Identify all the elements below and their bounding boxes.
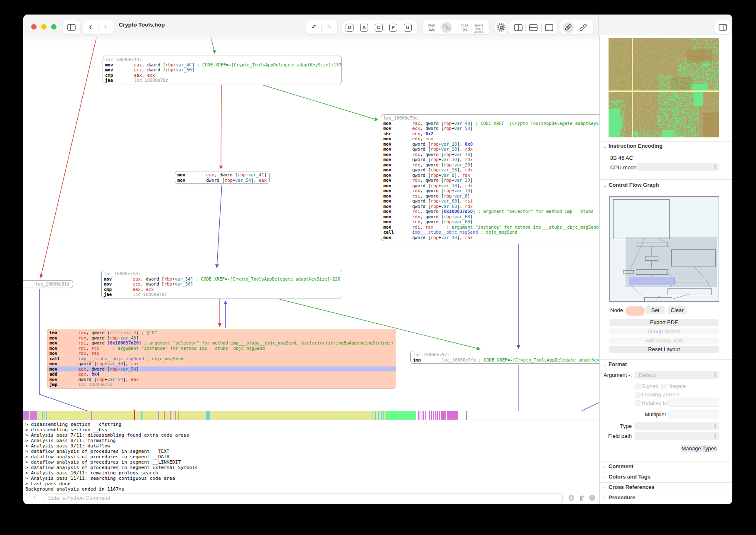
python-command-input[interactable]: Enter a Python Command (44, 493, 563, 503)
mode-hex-label[interactable]: 486F78 786572 284469 (474, 24, 483, 34)
asm-line[interactable]: mov rsi, qword [0x100037d20] ; argument … (47, 340, 396, 346)
asm-line[interactable]: mov dword [rbp+var_54], eax (47, 377, 396, 382)
asm-line[interactable]: mov rsi, qword [0x100037d50] ; argument … (381, 209, 599, 214)
negate-checkbox[interactable] (661, 384, 667, 389)
asm-line[interactable]: mov qword [rbp+var_68], rdx (381, 204, 599, 209)
asm-line[interactable]: mov qword [rbp+var_60], rsi (381, 198, 599, 204)
asm-line-selected[interactable]: mov eax, dword [rbp+var_54] (47, 366, 396, 372)
asm-line[interactable]: mov qword [rbp+var_48], rax (47, 361, 396, 366)
field-path-select[interactable]: ▲▼ (634, 432, 719, 440)
chevron-right-icon[interactable]: › (603, 464, 605, 469)
group-nodes-button[interactable]: Group Nodes (609, 328, 719, 335)
signed-checkbox[interactable] (635, 384, 641, 389)
section-format[interactable]: Format (609, 361, 627, 367)
asm-line[interactable]: mov rax, qword [rbp+var_48] ; CODE XREF=… (381, 121, 599, 126)
clear-input-icon[interactable] (568, 495, 574, 501)
asm-line[interactable]: mov qword [rbp+var_20], rdx (381, 147, 599, 152)
section-cross-references[interactable]: Cross References (609, 484, 655, 490)
minimize-button[interactable] (41, 24, 47, 29)
cpu-button[interactable] (494, 20, 508, 34)
basic-block-b758[interactable]: loc_10000e758:mov eax, dword [rbp+var_54… (101, 270, 342, 298)
unlink-icon[interactable] (579, 24, 587, 31)
redo-icon[interactable]: ↷ (324, 20, 334, 34)
asm-line[interactable]: mov ecx, dword [rbp+var_50] (102, 281, 342, 287)
leading-zeroes-checkbox[interactable] (635, 392, 641, 398)
asm-line[interactable]: mov qword [rbp+var_48], rax (381, 235, 599, 240)
node-color-well[interactable] (626, 306, 645, 316)
asm-line[interactable]: jmp loc_10000e7fb ; CODE XREF=-[Crypto_T… (411, 357, 599, 363)
basic-block-b79c[interactable]: loc_10000e79c:mov rax, qword [rbp+var_48… (381, 114, 599, 241)
asm-line[interactable]: mov rdi, rax ; argument "instance" for m… (381, 225, 599, 230)
chevron-down-icon[interactable]: ⌄ (603, 183, 607, 188)
forward-button[interactable]: › (101, 20, 110, 33)
asm-line[interactable]: mov qword [rbp+var_10], rdx (381, 183, 599, 188)
clear-node-color-button[interactable]: Clear (668, 306, 687, 314)
chevron-down-icon[interactable]: ⌄ (603, 144, 607, 149)
asm-line[interactable]: mov edx, ecx (381, 136, 599, 142)
asm-line[interactable]: loc_10000e797: (411, 352, 599, 357)
asm-line[interactable]: cmp eax, ecx (102, 287, 342, 292)
asm-line[interactable]: loc_10000e79c: (381, 115, 599, 121)
trash-icon[interactable] (579, 495, 585, 501)
split-vertical-icon[interactable] (514, 24, 523, 31)
relative-to-field[interactable] (668, 398, 719, 407)
split-horizontal-icon[interactable] (529, 24, 538, 31)
cfg-minimap[interactable] (609, 196, 719, 302)
asm-line[interactable]: mov ecx, dword [rbp+var_50] (381, 126, 599, 131)
link-icon[interactable] (565, 24, 572, 31)
asm-line[interactable]: mov rdx, qword [rbp+var_20] (381, 162, 599, 168)
edit-group-text-button[interactable]: Edit Group Text (609, 337, 719, 344)
asm-line[interactable]: jmp loc_10000e758 (47, 382, 396, 387)
asm-line[interactable]: mov eax, dword [rbp+var_4C] (175, 172, 269, 178)
asm-line[interactable]: mov qword [rbp+var_30], rdx (381, 157, 599, 162)
asm-line[interactable]: mov qword [rbp+var_28], rdx (381, 167, 599, 173)
asm-line[interactable]: call imp___stubs__objc_msgSend ; objc_ms… (47, 356, 396, 362)
zoom-button[interactable] (51, 24, 56, 29)
asm-line[interactable]: mov rcx, qword [rbp+var_60] (381, 219, 599, 225)
export-pdf-button[interactable]: Export PDF (609, 319, 719, 326)
single-view-icon[interactable] (545, 24, 553, 31)
basic-block-b744[interactable]: loc_10000e744:mov eax, dword [rbp+var_4C… (103, 56, 342, 84)
chevron-right-icon[interactable]: › (603, 495, 605, 501)
toggle-left-sidebar-button[interactable] (63, 20, 80, 34)
back-button[interactable]: ‹ (86, 20, 95, 33)
asm-line[interactable]: shr ecx, 0x2 (381, 131, 599, 137)
basic-block-b797[interactable]: loc_10000e797:jmp loc_10000e7fb ; CODE X… (410, 351, 599, 364)
asm-line[interactable]: jae loc_10000e79c (103, 78, 341, 83)
asm-line[interactable]: loc_10000e744: (103, 57, 341, 62)
asm-line[interactable]: mov rdx, qword [rbp+var_18] (381, 152, 599, 157)
section-procedure[interactable]: Procedure (609, 494, 635, 501)
basic-block-bmid[interactable]: mov eax, dword [rbp+var_4C]mov dword [rb… (175, 171, 270, 184)
undo-icon[interactable]: ↶ (309, 20, 319, 34)
mode-pseudo-label[interactable]: if (b) f(x): (455, 23, 468, 32)
toggle-right-sidebar-button[interactable] (714, 20, 731, 34)
asm-line[interactable]: mov rdx, rax (47, 351, 396, 356)
asm-line[interactable]: mov rdi, rcx ; argument "instance" for m… (47, 346, 396, 351)
segment-navigation-strip[interactable]: ▼ (23, 411, 599, 420)
type-button-u[interactable]: U (404, 24, 412, 32)
chevron-right-icon[interactable]: › (603, 474, 605, 480)
graph-canvas[interactable]: loc_10000e744:mov eax, dword [rbp+var_4C… (23, 35, 599, 411)
type-select[interactable]: ▲▼ (634, 422, 719, 430)
asm-line[interactable]: mov qword [rbp+var_8], rdx (381, 173, 599, 178)
type-button-a[interactable]: A (360, 24, 368, 32)
asm-line[interactable]: mov ecx, dword [rbp+var_50] (103, 67, 341, 73)
cpu-mode-select[interactable]: ▲▼ (636, 163, 719, 171)
chevron-right-icon[interactable]: › (603, 485, 605, 490)
section-control-flow-graph[interactable]: Control Flow Graph (609, 182, 659, 188)
asm-line[interactable]: call imp___stubs__objc_msgSend ; objc_ms… (381, 230, 599, 235)
asm-line[interactable]: cmp eax, ecx (103, 73, 341, 78)
argument-format-select[interactable]: Default ▲▼ (634, 371, 719, 379)
asm-line[interactable]: mov eax, dword [rbp+var_4C] ; CODE XREF=… (103, 62, 341, 68)
close-button[interactable] (31, 24, 37, 29)
multiplier-field[interactable] (668, 410, 719, 418)
mode-cfg-button[interactable] (441, 22, 452, 33)
manage-types-button[interactable]: Manage Types (681, 445, 717, 452)
entropy-map[interactable] (609, 38, 719, 137)
chevron-down-icon[interactable]: ⌄ (603, 362, 607, 368)
basic-block-borange[interactable]: lea rax, qword [cfstring_0] ; @"0"mov rc… (47, 329, 396, 388)
asm-line[interactable]: jae loc_10000e797 (102, 292, 342, 297)
section-comment[interactable]: Comment (609, 463, 633, 469)
asm-line[interactable]: loc_10000e758: (102, 271, 342, 276)
asm-line[interactable]: mov rdx, qword [rbp+var_30] (381, 178, 599, 183)
